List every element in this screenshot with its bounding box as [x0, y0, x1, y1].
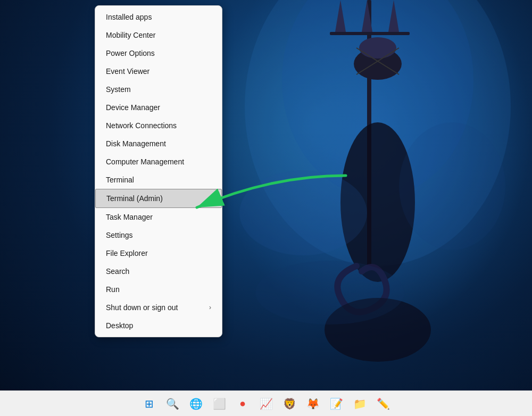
menu-item-search[interactable]: Search	[95, 262, 222, 280]
submenu-arrow-icon: ›	[209, 304, 211, 311]
menu-item-device-manager[interactable]: Device Manager	[95, 98, 222, 117]
taskbar-icon-task-view[interactable]: ⬜	[209, 393, 230, 414]
svg-point-8	[359, 37, 396, 59]
taskbar-icon-tv[interactable]: 📈	[255, 393, 277, 414]
menu-item-mobility-center[interactable]: Mobility Center	[95, 26, 222, 44]
menu-item-installed-apps[interactable]: Installed apps	[95, 8, 222, 26]
menu-item-event-viewer[interactable]: Event Viewer	[95, 62, 222, 80]
svg-point-15	[255, 261, 404, 325]
menu-item-run[interactable]: Run	[95, 280, 222, 298]
annotation-arrow	[165, 165, 351, 229]
taskbar-icon-firefox[interactable]: 🦊	[302, 393, 323, 414]
menu-item-disk-management[interactable]: Disk Management	[95, 135, 222, 153]
taskbar-icon-brave[interactable]: 🦁	[279, 393, 300, 414]
svg-point-14	[399, 122, 505, 250]
taskbar-icon-search[interactable]: 🔍	[162, 393, 183, 414]
menu-item-system[interactable]: System	[95, 80, 222, 98]
menu-item-network-connections[interactable]: Network Connections	[95, 117, 222, 135]
menu-item-shut-down[interactable]: Shut down or sign out›	[95, 298, 222, 317]
taskbar: ⊞🔍🌐⬜●📈🦁🦊📝📁✏️	[0, 390, 532, 416]
menu-item-settings[interactable]: Settings	[95, 226, 222, 244]
taskbar-icon-edge-dev[interactable]: 🌐	[185, 393, 206, 414]
menu-item-power-options[interactable]: Power Options	[95, 44, 222, 62]
taskbar-icon-start[interactable]: ⊞	[138, 393, 160, 414]
taskbar-icon-chrome[interactable]: ●	[232, 393, 253, 414]
menu-item-file-explorer[interactable]: File Explorer	[95, 244, 222, 262]
taskbar-icon-notepad[interactable]: 📝	[326, 393, 347, 414]
menu-item-desktop[interactable]: Desktop	[95, 317, 222, 335]
svg-rect-3	[330, 32, 410, 35]
taskbar-icon-files[interactable]: 📁	[349, 393, 370, 414]
taskbar-icon-canva[interactable]: ✏️	[372, 393, 394, 414]
